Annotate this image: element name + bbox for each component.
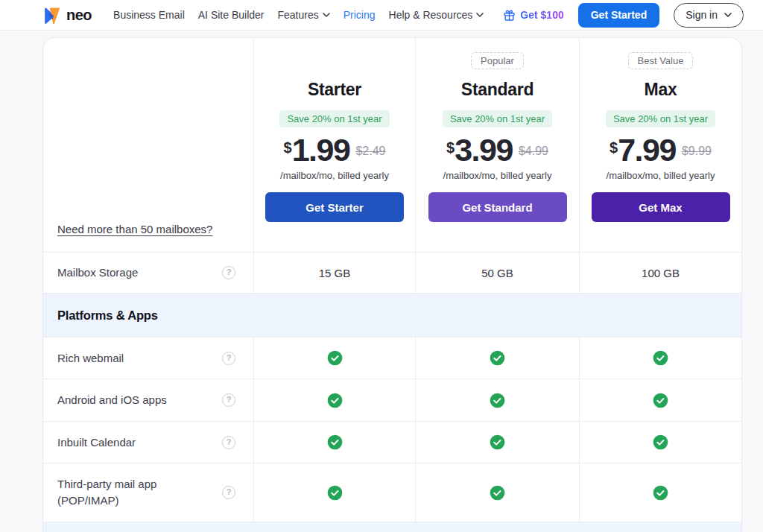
price-amount: 1.99 <box>292 133 350 168</box>
feature-value: 100 GB <box>642 267 680 279</box>
feature-label: Mailbox Storage <box>57 265 138 281</box>
price-amount: 3.99 <box>455 133 513 168</box>
chevron-down-icon <box>476 13 484 17</box>
gift-icon <box>503 9 516 22</box>
main-nav: Business EmailAI Site BuilderFeaturesPri… <box>113 9 484 21</box>
feature-row: Rich webmail? <box>43 337 741 379</box>
billing-note: /mailbox/mo, billed yearly <box>280 170 389 181</box>
plan-badge: Best Value <box>628 52 694 69</box>
help-tooltip-icon[interactable]: ? <box>222 352 235 365</box>
brand-name: neo <box>66 7 92 24</box>
feature-value-cell <box>415 379 579 421</box>
check-icon <box>653 393 668 408</box>
feature-value-cell <box>579 463 741 522</box>
check-icon <box>327 485 343 501</box>
feature-label-cell: Android and iOS apps? <box>43 379 253 421</box>
check-icon <box>490 485 505 501</box>
billing-note: /mailbox/mo, billed yearly <box>443 170 552 181</box>
feature-value-cell <box>579 422 741 463</box>
feature-label: Rich webmail <box>57 350 124 367</box>
nav-link-features[interactable]: Features <box>277 9 329 21</box>
cta-button-starter[interactable]: Get Starter <box>265 192 404 222</box>
plan-name: Starter <box>308 80 361 100</box>
plan-badge: Popular <box>471 52 524 69</box>
price-row: $3.99$4.99 <box>446 133 548 168</box>
feature-value-cell <box>253 338 415 379</box>
plan-header-row: Need more than 50 mailboxes? StarterSave… <box>43 38 741 252</box>
feature-value-cell <box>415 338 579 379</box>
nav-link-business-email[interactable]: Business Email <box>113 9 185 21</box>
check-icon <box>327 393 343 408</box>
feature-row: Third-party mail app (POP/IMAP)? <box>43 463 741 522</box>
feature-row: Mailbox Storage?15 GB50 GB100 GB <box>43 252 741 293</box>
feature-row: Android and iOS apps? <box>43 379 741 421</box>
check-icon <box>653 485 668 501</box>
feature-value-cell <box>253 379 415 421</box>
feature-value-cell: 100 GB <box>579 253 741 293</box>
feature-label-cell: Rich webmail? <box>43 338 253 379</box>
more-mailboxes-link[interactable]: Need more than 50 mailboxes? <box>57 223 212 235</box>
price-amount: 7.99 <box>618 133 676 168</box>
help-tooltip-icon[interactable]: ? <box>222 266 235 279</box>
feature-row: Inbuilt Calendar? <box>43 421 741 463</box>
nav-right: Get $100 Get Started Sign in <box>503 3 744 28</box>
feature-label-cell: Inbuilt Calendar? <box>43 422 253 463</box>
pricing-table: Need more than 50 mailboxes? StarterSave… <box>42 37 742 532</box>
billing-note: /mailbox/mo, billed yearly <box>607 170 715 181</box>
feature-value-cell <box>579 338 741 379</box>
section-header-row: Platforms & Apps <box>43 293 741 337</box>
more-mailboxes-cell: Need more than 50 mailboxes? <box>43 38 253 252</box>
brand-logo[interactable]: neo <box>42 6 92 25</box>
plan-column-starter: StarterSave 20% on 1st year$1.99$2.49/ma… <box>253 38 415 252</box>
price-currency: $ <box>610 139 618 156</box>
plan-name: Standard <box>461 80 534 100</box>
nav-link-help-resources[interactable]: Help & Resources <box>389 9 484 21</box>
save-badge: Save 20% on 1st year <box>443 110 552 127</box>
help-tooltip-icon[interactable]: ? <box>222 486 235 499</box>
section-title: Platforms & Apps <box>43 294 741 337</box>
chevron-down-icon <box>323 13 330 17</box>
sign-in-button[interactable]: Sign in <box>674 3 744 28</box>
price-old: $9.99 <box>682 145 712 158</box>
feature-value-cell: 15 GB <box>253 253 415 293</box>
feature-label: Inbuilt Calendar <box>57 434 136 451</box>
price-row: $1.99$2.49 <box>284 133 386 168</box>
feature-label-cell: Mailbox Storage? <box>43 253 253 293</box>
price-old: $4.99 <box>519 145 548 158</box>
nav-link-label: Business Email <box>113 9 185 21</box>
nav-link-pricing[interactable]: Pricing <box>343 9 376 21</box>
nav-link-label: Features <box>277 9 318 21</box>
promo-label: Get $100 <box>520 9 563 21</box>
check-icon <box>327 434 343 450</box>
check-icon <box>653 350 668 366</box>
cta-button-standard[interactable]: Get Standard <box>428 192 567 222</box>
feature-value-cell <box>253 422 415 463</box>
help-tooltip-icon[interactable]: ? <box>222 393 235 407</box>
feature-label: Android and iOS apps <box>57 392 167 408</box>
cta-button-max[interactable]: Get Max <box>592 192 730 222</box>
get-started-button[interactable]: Get Started <box>578 3 659 28</box>
price-currency: $ <box>284 139 292 156</box>
feature-value-cell <box>415 422 579 463</box>
feature-value-cell: 50 GB <box>415 253 579 293</box>
feature-value-cell <box>579 379 741 421</box>
promo-link[interactable]: Get $100 <box>503 9 563 22</box>
feature-value: 15 GB <box>319 267 351 279</box>
save-badge: Save 20% on 1st year <box>279 110 389 127</box>
pricing-page: Need more than 50 mailboxes? StarterSave… <box>0 31 763 532</box>
plan-badge-slot: Best Value <box>628 52 694 69</box>
help-tooltip-icon[interactable]: ? <box>222 436 235 449</box>
feature-value: 50 GB <box>481 267 513 279</box>
nav-link-label: AI Site Builder <box>198 9 265 21</box>
nav-link-ai-site-builder[interactable]: AI Site Builder <box>198 9 265 21</box>
feature-value-cell <box>415 463 579 522</box>
check-icon <box>490 393 505 408</box>
price-currency: $ <box>446 139 455 156</box>
feature-label: Third-party mail app (POP/IMAP) <box>57 476 206 509</box>
price-old: $2.49 <box>355 145 385 158</box>
save-badge: Save 20% on 1st year <box>606 110 715 127</box>
nav-link-label: Help & Resources <box>389 9 473 21</box>
price-row: $7.99$9.99 <box>610 133 712 168</box>
check-icon <box>327 350 343 366</box>
check-icon <box>490 350 505 366</box>
